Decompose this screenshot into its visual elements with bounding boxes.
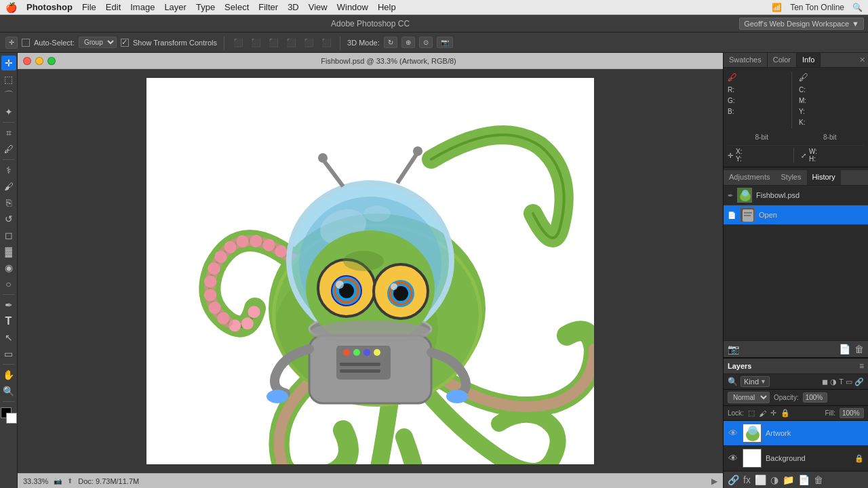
- healing-tool[interactable]: ⚕: [1, 163, 16, 178]
- tab-adjustments[interactable]: Adjustments: [724, 170, 776, 185]
- tab-color[interactable]: Color: [768, 53, 797, 67]
- workspace-label: Geoff's Web Design Workspace: [744, 20, 849, 28]
- 3d-camera-button[interactable]: 📷: [437, 37, 453, 48]
- layer-background-visibility[interactable]: 👁: [728, 453, 738, 464]
- brush-tool[interactable]: 🖌: [1, 179, 16, 194]
- menu-image[interactable]: Image: [130, 2, 155, 12]
- eyedropper-tool[interactable]: 🖋: [1, 142, 16, 157]
- menu-window[interactable]: Window: [337, 2, 368, 12]
- tab-swatches[interactable]: Swatches: [724, 53, 768, 67]
- canvas[interactable]: [146, 78, 594, 464]
- move-tool-options-icon[interactable]: ✛: [5, 37, 18, 49]
- opacity-input[interactable]: [803, 392, 827, 403]
- gradient-tool[interactable]: ▓: [1, 244, 16, 259]
- menu-edit[interactable]: Edit: [106, 2, 121, 12]
- align-left-button[interactable]: ⬛: [231, 36, 245, 49]
- path-select-tool[interactable]: ↖: [1, 330, 16, 345]
- history-item-fishbowl[interactable]: ✒ Fishbowl.psd: [724, 186, 868, 205]
- layers-panel-close-icon[interactable]: ≡: [859, 361, 864, 371]
- tab-styles[interactable]: Styles: [776, 170, 807, 185]
- menu-select[interactable]: Select: [224, 2, 249, 12]
- menu-filter[interactable]: Filter: [258, 2, 278, 12]
- layer-fx-icon[interactable]: fx: [743, 474, 751, 485]
- 3d-pan-button[interactable]: ⊕: [401, 37, 415, 48]
- align-bottom-button[interactable]: ⬛: [319, 36, 333, 49]
- lock-transparent-button[interactable]: ⬚: [748, 409, 755, 418]
- search-icon[interactable]: 🔍: [852, 3, 863, 12]
- align-right-button[interactable]: ⬛: [267, 36, 280, 49]
- filter-shape-icon[interactable]: ▭: [846, 378, 852, 386]
- menu-view[interactable]: View: [309, 2, 328, 12]
- align-center-v-button[interactable]: ⬛: [302, 36, 315, 49]
- lock-position-button[interactable]: ✛: [770, 409, 776, 418]
- tab-info[interactable]: Info: [797, 53, 821, 67]
- filter-pixel-icon[interactable]: ◼: [822, 378, 828, 386]
- layer-new-icon[interactable]: 📄: [798, 474, 810, 485]
- 3d-rotate-button[interactable]: ↻: [384, 37, 397, 48]
- hand-tool[interactable]: ✋: [1, 367, 16, 382]
- auto-select-checkbox[interactable]: [22, 39, 30, 47]
- lock-all-button[interactable]: 🔒: [781, 409, 790, 418]
- filter-adjust-icon[interactable]: ◑: [830, 378, 837, 386]
- crop-tool[interactable]: ⌗: [1, 125, 16, 140]
- zoom-tool[interactable]: 🔍: [1, 384, 16, 399]
- pen-tool[interactable]: ✒: [1, 298, 16, 312]
- layers-blend-bar: Normal Multiply Screen Opacity:: [724, 390, 868, 406]
- menu-help[interactable]: Help: [378, 2, 396, 12]
- auto-select-dropdown[interactable]: Group Layer: [79, 37, 117, 48]
- fill-input[interactable]: [840, 408, 864, 418]
- layer-group-icon[interactable]: 📁: [783, 474, 794, 485]
- window-maximize-button[interactable]: [47, 57, 56, 65]
- blend-mode-select[interactable]: Normal Multiply Screen: [728, 392, 770, 403]
- dodge-tool[interactable]: ○: [1, 277, 16, 291]
- window-close-button[interactable]: [23, 57, 31, 65]
- layer-artwork[interactable]: 👁 Artwork: [724, 421, 868, 446]
- menu-photoshop[interactable]: Photoshop: [26, 2, 73, 12]
- magic-wand-tool[interactable]: ✦: [1, 104, 16, 119]
- shape-tool[interactable]: ▭: [1, 346, 16, 361]
- menu-layer[interactable]: Layer: [164, 2, 186, 12]
- create-new-doc-from-history-icon[interactable]: 📄: [839, 344, 850, 354]
- document-content[interactable]: [18, 69, 723, 473]
- history-item-open[interactable]: 📄 Open: [724, 205, 868, 225]
- marquee-tool[interactable]: ⬚: [1, 72, 16, 87]
- filter-type-icon[interactable]: T: [839, 378, 844, 386]
- move-tool[interactable]: ✛: [1, 56, 16, 70]
- background-color[interactable]: [6, 413, 17, 424]
- panel-close-icon[interactable]: ✕: [856, 53, 868, 67]
- blur-tool[interactable]: ◉: [1, 260, 16, 275]
- workspace-selector[interactable]: Geoff's Web Design Workspace ▼: [739, 18, 864, 30]
- menu-type[interactable]: Type: [196, 2, 215, 12]
- tools-panel: ✛ ⬚ ⌒ ✦ ⌗ 🖋 ⚕ 🖌 ⎘ ↺ ◻ ▓ ◉ ○ ✒ T ↖ ▭ ✋ 🔍: [0, 53, 18, 488]
- layer-artwork-visibility[interactable]: 👁: [728, 428, 738, 439]
- tab-history[interactable]: History: [807, 170, 841, 185]
- delete-history-icon[interactable]: 🗑: [854, 344, 864, 354]
- filter-smart-icon[interactable]: 🔗: [854, 378, 864, 386]
- layer-delete-icon[interactable]: 🗑: [814, 474, 823, 485]
- bit-right: 8-bit: [823, 132, 836, 141]
- apple-menu[interactable]: 🍎: [5, 2, 17, 13]
- align-center-h-button[interactable]: ⬛: [249, 36, 262, 49]
- new-snapshot-icon[interactable]: 📷: [728, 344, 739, 354]
- filter-kind-label: Kind: [744, 378, 759, 386]
- menu-3d[interactable]: 3D: [288, 2, 299, 12]
- fill-label: Fill:: [825, 409, 835, 417]
- layer-background[interactable]: 👁 Background 🔒: [724, 446, 868, 471]
- show-transform-checkbox[interactable]: ✓: [121, 39, 129, 47]
- clone-tool[interactable]: ⎘: [1, 195, 16, 210]
- lock-image-button[interactable]: 🖌: [759, 409, 766, 418]
- filter-kind-box[interactable]: Kind ▼: [741, 376, 770, 387]
- layer-link-icon[interactable]: 🔗: [728, 474, 739, 485]
- canvas-area[interactable]: Fishbowl.psd @ 33.3% (Artwork, RGB/8): [18, 53, 723, 488]
- layer-mask-icon[interactable]: ⬜: [755, 474, 766, 485]
- eraser-tool[interactable]: ◻: [1, 228, 16, 243]
- menu-file[interactable]: File: [82, 2, 96, 12]
- type-tool[interactable]: T: [1, 314, 16, 329]
- lasso-tool[interactable]: ⌒: [1, 88, 16, 103]
- layer-adjustment-icon[interactable]: ◑: [770, 474, 778, 485]
- history-brush-tool[interactable]: ↺: [1, 211, 16, 226]
- align-top-button[interactable]: ⬛: [284, 36, 298, 49]
- window-minimize-button[interactable]: [35, 57, 43, 65]
- 3d-zoom-button[interactable]: ⊙: [419, 37, 433, 48]
- svg-point-43: [267, 390, 288, 403]
